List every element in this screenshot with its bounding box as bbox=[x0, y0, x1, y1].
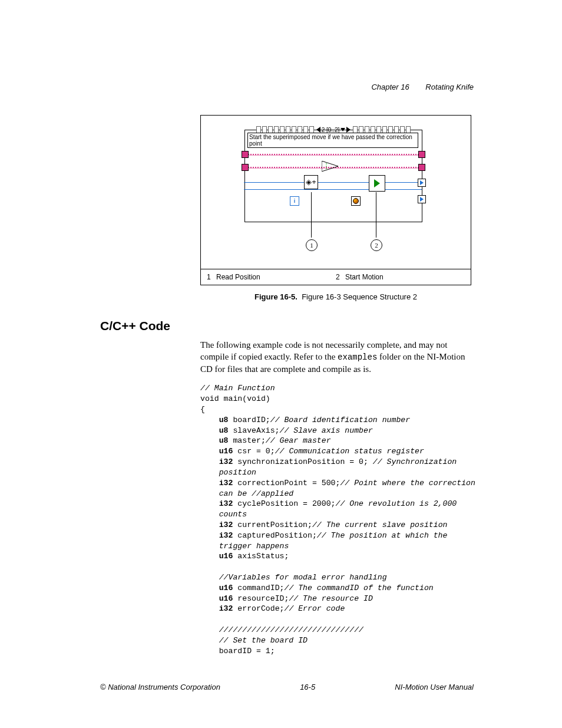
arrow-tunnel-icon bbox=[418, 195, 426, 203]
intro-paragraph: The following example code is not necess… bbox=[200, 339, 474, 375]
footer-center: 16-5 bbox=[300, 683, 315, 691]
footer-right: NI-Motion User Manual bbox=[395, 683, 474, 691]
seq-next-icon bbox=[346, 127, 351, 133]
callout-1: 1 bbox=[306, 239, 318, 251]
arrow-tunnel-icon bbox=[418, 179, 426, 187]
start-motion-vi bbox=[369, 175, 385, 192]
section-heading: C/C++ Code bbox=[100, 319, 474, 333]
tunnel-icon bbox=[242, 151, 249, 158]
figure-legend: 1Read Position 2Start Motion bbox=[201, 269, 471, 285]
chapter-label: Chapter 16 bbox=[371, 83, 409, 91]
tunnel-icon bbox=[418, 164, 425, 171]
code-block: // Main Function void main(void) { u8 bo… bbox=[200, 383, 474, 656]
tunnel-icon bbox=[418, 151, 425, 158]
tunnel-icon bbox=[242, 164, 249, 171]
output-triangle-icon bbox=[322, 161, 339, 174]
record-icon bbox=[351, 196, 361, 206]
page-header: Chapter 16 Rotating Knife bbox=[100, 83, 474, 91]
chapter-title: Rotating Knife bbox=[425, 83, 474, 91]
figure-container: 2 [0..2] Start the superimposed move if … bbox=[200, 115, 471, 285]
read-position-vi: ◈+ bbox=[304, 175, 318, 189]
callout-2: 2 bbox=[371, 239, 382, 251]
page-footer: © National Instruments Corporation 16-5 … bbox=[100, 683, 474, 691]
comment-box: Start the superimposed move if we have p… bbox=[247, 133, 418, 148]
svg-marker-0 bbox=[322, 161, 338, 172]
figure-caption: Figure 16-5. Figure 16-3 Sequence Struct… bbox=[200, 292, 471, 301]
labview-diagram: 2 [0..2] Start the superimposed move if … bbox=[201, 116, 471, 269]
dropdown-icon bbox=[340, 128, 345, 131]
seq-prev-icon bbox=[316, 127, 320, 133]
i-terminal: i bbox=[290, 196, 299, 206]
sequence-index: 2 [0..2] bbox=[322, 127, 340, 133]
footer-left: © National Instruments Corporation bbox=[100, 683, 220, 691]
sequence-frame: 2 [0..2] Start the superimposed move if … bbox=[244, 130, 422, 222]
